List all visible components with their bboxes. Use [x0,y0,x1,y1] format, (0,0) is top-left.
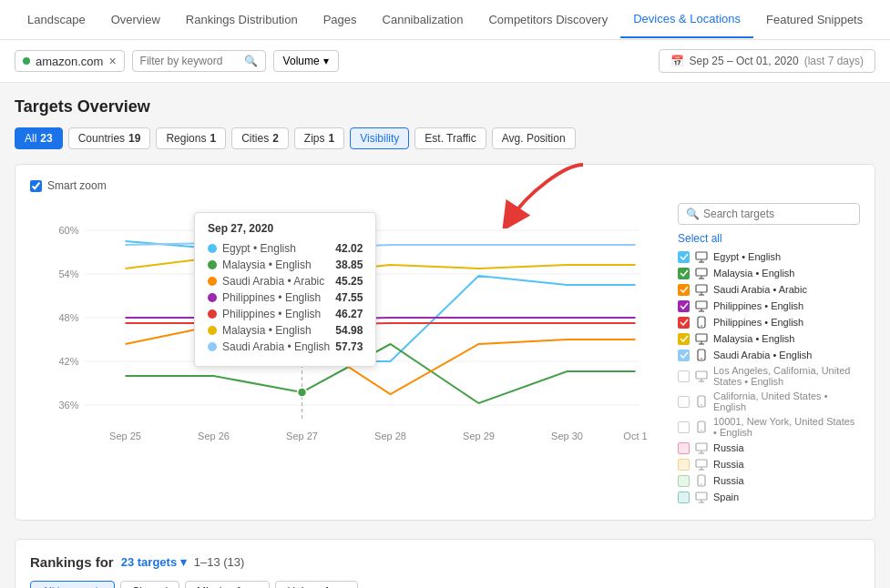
legend-item-1[interactable]: Malaysia • English [678,267,860,279]
tooltip-row-0: Egypt • English 42.02 [208,242,363,255]
filter-tab-zips-count: 1 [329,132,335,145]
nav-devices-locations[interactable]: Devices & Locations [620,1,753,38]
desktop-icon [695,370,708,382]
legend-item-10-label: Russia [713,442,860,453]
desktop-icon [695,299,708,312]
svg-text:Sep 29: Sep 29 [463,431,495,441]
filter-keyword-input[interactable] [140,55,240,67]
tooltip-row-1: Malaysia • English 38.85 [208,259,363,271]
desktop-icon [695,441,708,454]
svg-point-49 [701,404,702,406]
date-range-btn[interactable]: 📅 Sep 25 – Oct 01, 2020 (last 7 days) [659,49,875,73]
legend-item-0-label: Egypt • English [713,251,860,262]
legend-item-3-label: Philippines • English [713,300,860,311]
domain-tag: amazon.com × [15,50,125,72]
volume-label: Volume [283,55,320,67]
chart-tooltip: Sep 27, 2020 Egypt • English 42.02 Malay… [194,212,376,367]
filter-tab-cities[interactable]: Cities 2 [231,127,289,149]
svg-rect-32 [696,285,707,292]
svg-rect-40 [696,334,707,341]
metric-tab-visibility[interactable]: Visibility [350,127,409,149]
svg-text:Sep 26: Sep 26 [198,431,230,441]
tooltip-row-4: Philippines • English 46.27 [208,308,363,320]
mobile-icon [695,316,708,329]
svg-text:42%: 42% [58,356,78,367]
smart-zoom-row: Smart zoom [30,179,860,192]
keyword-tab-shared[interactable]: Shared [120,581,179,588]
legend-item-8[interactable]: California, United States • English [678,390,860,412]
keyword-tab-all[interactable]: All keywords [30,581,115,588]
legend-search-wrap[interactable]: 🔍 [678,203,860,225]
filter-tab-all[interactable]: All 23 [15,127,63,149]
mobile-icon [695,395,708,408]
chart-card: Smart zoom 60% 54% 48% 42% 36% [15,164,875,521]
desktop-icon [695,491,708,503]
filter-input-wrap[interactable]: 🔍 [132,50,266,72]
date-range-label: Sep 25 – Oct 01, 2020 [690,55,799,67]
legend-item-5-label: Malaysia • English [713,333,860,344]
smart-zoom-checkbox[interactable] [30,180,42,192]
domain-label: amazon.com [36,55,103,68]
nav-rankings-distribution[interactable]: Rankings Distribution [173,2,311,37]
tooltip-row-6: Saudi Arabia • English 57.73 [208,340,363,353]
tooltip-row-2: Saudi Arabia • Arabic 45.25 [208,275,363,288]
svg-text:Sep 27: Sep 27 [286,431,318,441]
rankings-title: Rankings for [30,554,114,570]
top-nav: Landscape Overview Rankings Distribution… [0,0,890,40]
date-suffix: (last 7 days) [804,55,864,67]
legend-item-2[interactable]: Saudi Arabia • Arabic [678,283,860,296]
tooltip-date: Sep 27, 2020 [208,222,363,235]
nav-landscape[interactable]: Landscape [15,2,98,37]
legend-item-1-label: Malaysia • English [713,268,860,279]
legend-search-icon: 🔍 [686,208,700,220]
toolbar: amazon.com × 🔍 Volume ▾ 📅 Sep 25 – Oct 0… [0,40,890,83]
volume-dropdown[interactable]: Volume ▾ [273,50,339,72]
svg-rect-26 [696,252,707,259]
svg-text:48%: 48% [58,312,78,323]
select-all-link[interactable]: Select all [678,232,860,245]
filter-tab-countries[interactable]: Countries 19 [68,127,151,149]
legend-search-input[interactable] [703,208,852,220]
filter-tab-cities-label: Cities [241,132,269,145]
mobile-icon [695,421,708,433]
legend-item-13[interactable]: Spain [678,491,860,503]
nav-overview[interactable]: Overview [98,2,173,37]
filter-tab-zips[interactable]: Zips 1 [294,127,344,149]
legend-item-6-label: Saudi Arabia • English [713,350,860,360]
legend-items-list: Egypt • English Malaysia • English [678,250,860,505]
tooltip-row-5: Malaysia • English 54.98 [208,324,363,337]
svg-text:36%: 36% [58,400,78,411]
rankings-targets-link[interactable]: 23 targets ▾ [121,555,187,569]
legend-item-9-label: 10001, New York, United States • English [713,416,860,438]
legend-item-10[interactable]: Russia [678,441,860,454]
legend-item-0[interactable]: Egypt • English [678,250,860,263]
tooltip-row-3: Philippines • English 47.55 [208,291,363,304]
nav-competitors-discovery[interactable]: Competitors Discovery [476,2,620,37]
legend-item-12[interactable]: Russia [678,474,860,487]
svg-point-44 [701,358,702,360]
nav-pages[interactable]: Pages [311,2,370,37]
nav-cannibalization[interactable]: Cannibalization [370,2,476,37]
keyword-tab-unique[interactable]: Unique for... [275,581,358,588]
legend-item-5[interactable]: Malaysia • English [678,332,860,345]
domain-close-icon[interactable]: × [108,54,116,68]
filter-tab-regions[interactable]: Regions 1 [156,127,226,149]
legend-item-13-label: Spain [713,492,860,502]
metric-tab-est-traffic[interactable]: Est. Traffic [414,127,486,149]
svg-text:Sep 25: Sep 25 [109,431,141,441]
metric-tab-avg-position[interactable]: Avg. Position [492,127,576,149]
desktop-icon [695,250,708,263]
legend-item-6[interactable]: Saudi Arabia • English [678,349,860,361]
filter-tab-countries-count: 19 [128,132,140,145]
legend-item-3[interactable]: Philippines • English [678,299,860,312]
desktop-icon [695,267,708,279]
legend-item-9[interactable]: 10001, New York, United States • English [678,416,860,438]
legend-item-7[interactable]: Los Angeles, California, United States •… [678,365,860,387]
legend-item-11[interactable]: Russia [678,458,860,471]
keyword-tab-missing[interactable]: Missing for... [185,581,270,588]
legend-item-4[interactable]: Philippines • English [678,316,860,329]
rankings-range: 1–13 (13) [194,555,245,569]
nav-featured-snippets[interactable]: Featured Snippets [753,2,875,37]
filter-tab-regions-count: 1 [210,132,216,145]
desktop-icon [695,332,708,345]
